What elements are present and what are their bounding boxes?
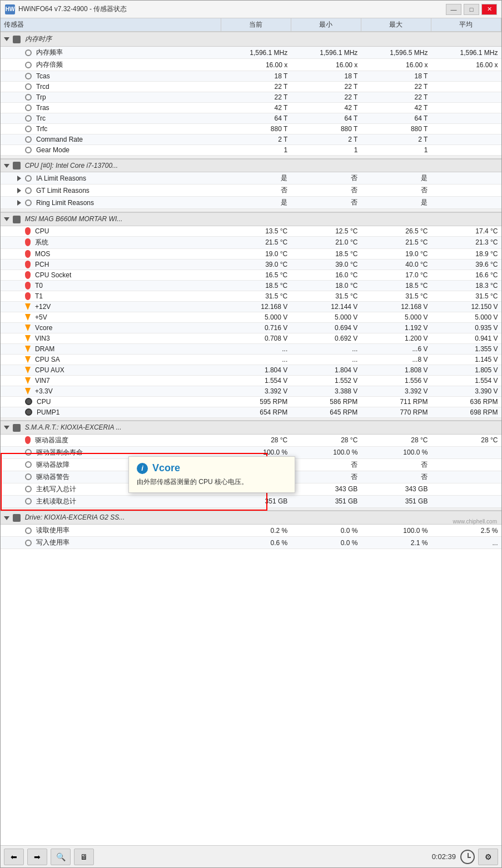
sensor-name: +3.3V — [4, 387, 217, 395]
fan-icon — [25, 398, 32, 405]
value-avg — [431, 495, 501, 507]
value-min: 否 — [291, 184, 361, 197]
close-button[interactable]: ✕ — [481, 4, 497, 15]
value-min: 586 RPM — [291, 396, 361, 407]
expand-row-icon[interactable] — [17, 176, 21, 181]
value-max: 16.00 x — [361, 59, 431, 71]
sensor-label: Trp — [36, 93, 46, 101]
value-min: 1.552 V — [291, 375, 361, 386]
table-row: Trcd 22 T 22 T 22 T — [1, 82, 501, 92]
expand-row-icon[interactable] — [17, 200, 21, 206]
value-max: 1 — [361, 145, 431, 156]
value-avg: 1.355 V — [431, 343, 501, 354]
app-icon: HW — [5, 4, 15, 14]
sensor-label: 读取使用率 — [36, 526, 69, 535]
back-icon: ⬅ — [11, 852, 17, 861]
bolt-icon — [25, 314, 31, 321]
sensor-label: Ring Limit Reasons — [36, 199, 94, 207]
value-min: 880 T — [291, 124, 361, 134]
value-max: 2.1 % — [361, 537, 431, 549]
table-row: Vcore 0.716 V 0.694 V 1.192 V 0.935 V — [1, 322, 501, 333]
sensor-label: CPU SA — [35, 356, 60, 363]
search-button[interactable]: 🔍 — [51, 849, 71, 865]
back-button[interactable]: ⬅ — [4, 849, 24, 865]
value-avg: 1.805 V — [431, 365, 501, 375]
table-row: 写入使用率 0.6 % 0.0 % 2.1 % ... — [1, 537, 501, 549]
sensor-table-container: 传感器 当前 最小 最大 平均 内存时序 内存频率 1 — [1, 18, 501, 845]
value-max: 是 — [361, 172, 431, 184]
value-avg: 31.5 °C — [431, 291, 501, 301]
minimize-button[interactable]: — — [446, 4, 461, 15]
value-avg: 39.6 °C — [431, 259, 501, 270]
value-avg — [431, 184, 501, 197]
value-max: 100.0 % — [361, 525, 431, 537]
value-min: 1.804 V — [291, 365, 361, 375]
sensor-name: 写入使用率 — [4, 538, 217, 547]
value-max: 1.200 V — [361, 333, 431, 343]
value-avg — [431, 172, 501, 184]
circle-icon — [25, 540, 32, 546]
bolt-icon — [25, 367, 31, 373]
expand-icon — [4, 217, 9, 221]
value-avg: 698 RPM — [431, 407, 501, 417]
value-current: 1.804 V — [221, 365, 291, 375]
group-header-drive1[interactable]: Drive: KIOXIA-EXCERIA G2 SS... — [1, 511, 501, 524]
circle-icon — [25, 498, 32, 505]
table-row: 驱动器温度 28 °C 28 °C 28 °C 28 °C — [1, 434, 501, 446]
value-current: 16.5 °C — [221, 270, 291, 280]
group-name: 内存时序 — [25, 35, 52, 43]
group-header-memory_timing[interactable]: 内存时序 — [1, 32, 501, 47]
value-max: 1.556 V — [361, 375, 431, 386]
maximize-button[interactable]: □ — [464, 4, 479, 15]
value-max: 18.5 °C — [361, 280, 431, 291]
expand-row-icon[interactable] — [17, 188, 21, 193]
table-row: 内存倍频 16.00 x 16.00 x 16.00 x 16.00 x — [1, 59, 501, 71]
sensor-name: DRAM — [4, 345, 217, 353]
table-row: 系统 21.5 °C 21.0 °C 21.5 °C 21.3 °C — [1, 236, 501, 248]
value-min: 28 °C — [291, 434, 361, 446]
circle-icon — [25, 104, 32, 111]
group-header-motherboard[interactable]: MSI MAG B660M MORTAR WI... — [1, 212, 501, 226]
value-min: 64 T — [291, 113, 361, 124]
value-min: 100.0 % — [291, 446, 361, 458]
value-min: 351 GB — [291, 495, 361, 507]
value-avg — [431, 124, 501, 134]
value-avg: 12.150 V — [431, 301, 501, 312]
sensor-label: Vcore — [35, 324, 52, 332]
sensor-label: 驱动器温度 — [35, 436, 68, 445]
value-avg: 28 °C — [431, 434, 501, 446]
table-row: IA Limit Reasons 是 否 是 — [1, 172, 501, 184]
value-min: 0.0 % — [291, 537, 361, 549]
value-max: 18 T — [361, 71, 431, 82]
circle-icon — [25, 115, 32, 122]
value-max: ...6 V — [361, 343, 431, 354]
forward-button[interactable]: ➡ — [27, 849, 47, 865]
monitor-button[interactable]: 🖥 — [74, 849, 94, 865]
sensor-name: CPU AUX — [4, 366, 217, 374]
settings-button[interactable]: ⚙ — [478, 849, 498, 865]
table-row: 主机读取总计 351 GB 351 GB 351 GB — [1, 495, 501, 507]
circle-icon — [25, 94, 32, 101]
table-wrapper: 传感器 当前 最小 最大 平均 内存时序 内存频率 1 — [1, 18, 501, 549]
group-icon — [13, 514, 21, 522]
sensor-name: 内存频率 — [4, 48, 217, 57]
group-header-cpu_info[interactable]: CPU [#0]: Intel Core i7-13700... — [1, 159, 501, 172]
table-row: +3.3V 3.392 V 3.388 V 3.392 V 3.390 V — [1, 386, 501, 396]
value-min: 18.5 °C — [291, 248, 361, 259]
table-row: Tcas 18 T 18 T 18 T — [1, 71, 501, 82]
value-max: 31.5 °C — [361, 291, 431, 301]
col-header-max: 最大 — [361, 18, 431, 32]
value-avg: 0.935 V — [431, 322, 501, 333]
group-header-smart1[interactable]: S.M.A.R.T.: KIOXIA-EXCERIA ... — [1, 421, 501, 434]
table-row: 读取使用率 0.2 % 0.0 % 100.0 % 2.5 % — [1, 525, 501, 537]
sensor-name: Tras — [4, 104, 217, 112]
value-current: 是 — [221, 197, 291, 209]
value-max: 是 — [361, 197, 431, 209]
value-avg — [431, 197, 501, 209]
thermometer-icon — [25, 292, 31, 300]
value-min: 1,596.1 MHz — [291, 47, 361, 59]
value-min: 12.144 V — [291, 301, 361, 312]
value-current: 1 — [221, 145, 291, 156]
sensor-name: Ring Limit Reasons — [4, 199, 217, 207]
value-max: 2 T — [361, 134, 431, 145]
